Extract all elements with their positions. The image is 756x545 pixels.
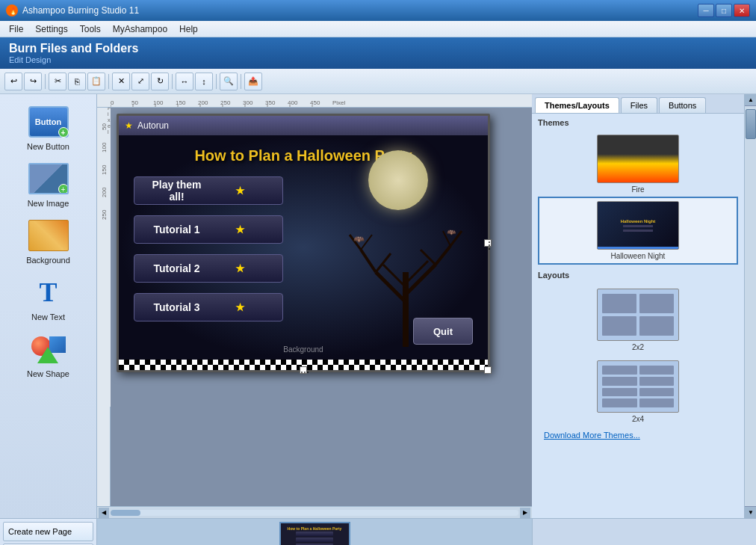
layouts-section-label: Layouts <box>538 271 738 280</box>
page-thumb-title: How to Plan a Halloween Party <box>284 526 346 531</box>
layout-2x2[interactable]: 2x2 <box>538 284 738 356</box>
delete-button[interactable]: ✕ <box>112 73 130 90</box>
redo-button[interactable]: ↪ <box>24 73 42 90</box>
scroll-track[interactable] <box>111 510 518 516</box>
right-scroll-thumb[interactable] <box>746 109 756 139</box>
tool-background[interactable]: Background <box>7 214 90 268</box>
star-icon-3: ★ <box>210 262 270 274</box>
star-icon-1: ★ <box>210 185 270 197</box>
maximize-button[interactable]: □ <box>716 4 732 17</box>
cut-button[interactable]: ✂ <box>49 73 66 90</box>
svg-text:🔥: 🔥 <box>9 7 18 16</box>
svg-text:400: 400 <box>288 99 298 106</box>
undo-button[interactable]: ↩ <box>4 73 22 90</box>
tutorial2-button[interactable]: Tutorial 2 ★ <box>134 254 283 283</box>
tutorial1-label: Tutorial 1 <box>146 224 207 235</box>
create-new-page-button[interactable]: Create new Page <box>3 522 93 541</box>
tool-new-image[interactable]: + New Image <box>7 157 90 211</box>
page-thumb-btn2 <box>296 538 333 542</box>
ruler-vertical: 50 100 150 200 250 P i x e l <box>97 108 111 506</box>
right-panel-container: Themes/Layouts Files Buttons Themes Fire <box>532 94 756 518</box>
flip-v-button[interactable]: ↕ <box>195 73 213 90</box>
plus-icon: + <box>58 184 69 194</box>
scroll-up-arrow[interactable]: ▲ <box>745 94 756 106</box>
minimize-button[interactable]: ─ <box>698 4 714 17</box>
close-button[interactable]: ✕ <box>734 4 750 17</box>
export-button[interactable]: 📤 <box>244 73 262 90</box>
svg-text:150: 150 <box>101 164 108 175</box>
scroll-left-arrow[interactable]: ◀ <box>99 508 109 518</box>
tab-buttons[interactable]: Buttons <box>659 97 706 113</box>
pages-list[interactable]: How to Plan a Halloween Party 🌳 Main Pag… <box>97 519 532 545</box>
ruler-v-svg: 50 100 150 200 250 P i x e l <box>97 108 111 407</box>
tutorial1-button[interactable]: Tutorial 1 ★ <box>134 215 283 244</box>
svg-text:🦇: 🦇 <box>447 227 456 237</box>
layout-2x2-thumb <box>597 289 679 341</box>
tab-files[interactable]: Files <box>621 97 657 113</box>
quit-button[interactable]: Quit <box>413 318 473 345</box>
svg-text:450: 450 <box>310 99 320 106</box>
svg-rect-2 <box>111 94 499 108</box>
right-content: Themes Fire Halloween Night <box>532 114 744 518</box>
svg-line-43 <box>406 261 428 283</box>
page-main-item[interactable]: How to Plan a Halloween Party 🌳 Main Pag… <box>100 522 529 545</box>
theme-fire[interactable]: Fire <box>538 132 738 197</box>
separator-4 <box>216 74 217 89</box>
page-subtitle: Edit Design <box>9 55 747 64</box>
bottom-panel: Create new Page Edit Page Delete Page Pr… <box>0 518 756 545</box>
resize-handle-bottom[interactable]: ⋯ <box>300 366 307 374</box>
layout-2x4-name: 2x4 <box>632 415 644 423</box>
download-themes-link[interactable]: Download More Themes... <box>538 428 738 443</box>
menu-file[interactable]: File <box>3 22 29 36</box>
play-all-button[interactable]: Play them all! ★ <box>134 176 283 205</box>
canvas-container[interactable]: ★ Autorun <box>111 108 532 506</box>
tool-new-shape-label: New Shape <box>27 369 69 378</box>
fire-theme-name: Fire <box>631 185 644 194</box>
tool-new-shape[interactable]: New Shape <box>7 327 90 381</box>
menu-settings[interactable]: Settings <box>29 22 73 36</box>
layout-2x4[interactable]: 2x4 <box>538 356 738 428</box>
resize-handle-corner[interactable] <box>484 366 492 374</box>
window-controls: ─ □ ✕ <box>698 4 750 17</box>
ruler-horizontal: 0 50 100 150 200 250 300 350 400 450 <box>97 94 532 108</box>
tool-new-button[interactable]: Button + New Button <box>7 100 90 154</box>
copy-button[interactable]: ⎘ <box>68 73 86 90</box>
autorun-window-title: Autorun <box>137 120 169 131</box>
menu-bar: File Settings Tools MyAshampoo Help <box>0 21 756 37</box>
main-area: Button + New Button + New Image <box>0 94 756 518</box>
horizontal-scrollbar[interactable]: ◀ ▶ <box>97 506 532 518</box>
right-panel-scrollbar[interactable]: ▲ ▼ <box>744 94 756 518</box>
separator-3 <box>172 74 173 89</box>
svg-text:150: 150 <box>176 99 186 106</box>
scroll-right-arrow[interactable]: ▶ <box>520 508 530 518</box>
create-new-page-label: Create new Page <box>8 527 72 536</box>
tool-new-image-label: New Image <box>28 199 69 208</box>
theme-halloween[interactable]: Halloween Night Halloween Night <box>538 197 738 265</box>
rotate-button[interactable]: ↻ <box>151 73 169 90</box>
tab-themes-layouts[interactable]: Themes/Layouts <box>535 97 619 113</box>
scroll-thumb[interactable] <box>111 510 140 516</box>
menu-tools[interactable]: Tools <box>74 22 107 36</box>
tutorial3-button[interactable]: Tutorial 3 ★ <box>134 293 283 321</box>
scroll-down-arrow[interactable]: ▼ <box>745 506 756 518</box>
svg-text:250: 250 <box>101 209 108 220</box>
paste-button[interactable]: 📋 <box>87 73 105 90</box>
fire-theme-thumb <box>597 135 679 183</box>
star-icon-4: ★ <box>210 301 270 313</box>
background-label: Background <box>283 345 323 354</box>
move-button[interactable]: ⤢ <box>131 73 149 90</box>
tool-new-text[interactable]: T New Text <box>7 271 90 324</box>
menu-myashampoo[interactable]: MyAshampoo <box>107 22 173 36</box>
resize-handle-right[interactable]: ⋮ <box>484 239 492 247</box>
halloween-theme-thumb: Halloween Night <box>597 201 679 250</box>
zoom-button[interactable]: 🔍 <box>220 73 238 90</box>
svg-text:Pixel: Pixel <box>332 99 346 106</box>
flip-h-button[interactable]: ↔ <box>176 73 193 90</box>
tool-background-label: Background <box>26 256 70 265</box>
button-icon: Button + <box>28 106 69 138</box>
canvas-with-ruler: 50 100 150 200 250 P i x e l <box>97 108 532 506</box>
star-icon-2: ★ <box>210 224 270 235</box>
themes-section-label: Themes <box>538 118 738 127</box>
menu-help[interactable]: Help <box>173 22 204 36</box>
layout-2x4-thumb <box>597 360 679 413</box>
